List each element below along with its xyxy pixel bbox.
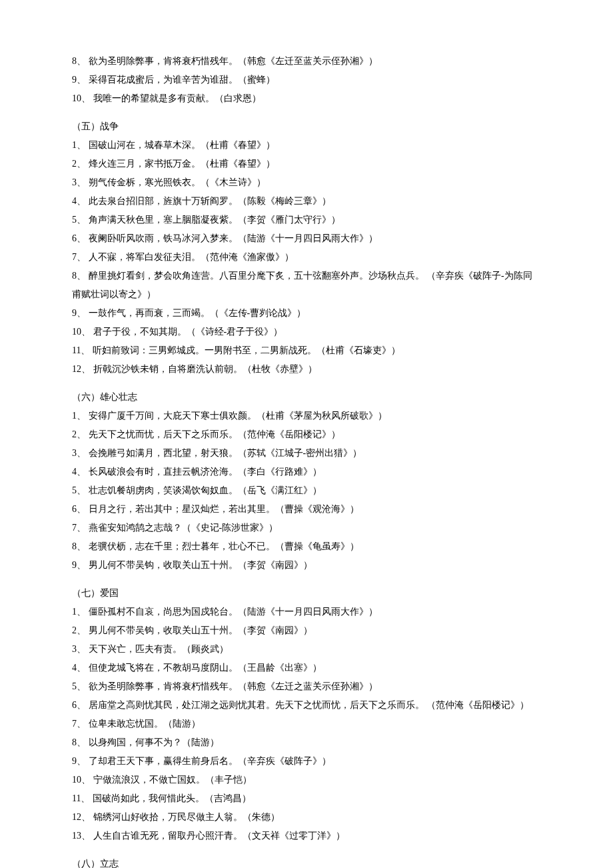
text-line: 2、 先天下之忧而忧，后天下之乐而乐。（范仲淹《岳阳楼记》）: [72, 425, 541, 444]
text-line: 10、 君子于役，不知其期。（《诗经-君子于役》）: [72, 323, 541, 341]
text-line: 1、 安得广厦千万间，大庇天下寒士俱欢颜。（杜甫《茅屋为秋风所破歌》）: [72, 407, 541, 425]
section-heading: （八）立志: [72, 855, 541, 868]
text-line: 4、 但使龙城飞将在，不教胡马度阴山。（王昌龄《出塞》）: [72, 659, 541, 677]
text-line: 9、 男儿何不带吴钩，收取关山五十州。（李贺《南园》）: [72, 556, 541, 575]
text-line: 3、 天下兴亡，匹夫有责。（顾炎武）: [72, 640, 541, 659]
text-line: 9、 了却君王天下事，赢得生前身后名。（辛弃疾《破阵子》）: [72, 752, 541, 771]
text-line: 2、 烽火连三月，家书抵万金。（杜甫《春望》）: [72, 155, 541, 173]
text-line: 7、 燕雀安知鸿鹄之志哉？（《史记-陈涉世家》）: [72, 519, 541, 537]
text-line: 12、 锦绣河山好收拾，万民尽做主人翁。（朱德）: [72, 808, 541, 827]
text-line: 6、 夜阑卧听风吹雨，铁马冰河入梦来。（陆游《十一月四日风雨大作》）: [72, 229, 541, 248]
text-line: 8、 以身殉国，何事不为？（陆游）: [72, 733, 541, 752]
text-line: 10、 我唯一的希望就是多有贡献。（白求恩）: [72, 89, 541, 108]
text-line: 3、 朔气传金柝，寒光照铁衣。（《木兰诗》）: [72, 173, 541, 192]
text-line: 5、 欲为圣明除弊事，肯将衰朽惜残年。（韩愈《左迁之蓝关示侄孙湘》）: [72, 677, 541, 696]
text-line: 7、 人不寐，将军白发征夫泪。（范仲淹《渔家傲》）: [72, 248, 541, 267]
text-line: 6、 居庙堂之高则忧其民，处江湖之远则忧其君。先天下之忧而忧，后天下之乐而乐。 …: [72, 696, 541, 715]
text-line: 11、 听妇前致词：三男邺城戍。一男附书至，二男新战死。（杜甫《石壕吏》）: [72, 341, 541, 360]
text-line: 4、 长风破浪会有时，直挂云帆济沧海。（李白《行路难》）: [72, 463, 541, 481]
text-line: 8、 老骥伏枥，志在千里；烈士暮年，壮心不已。（曹操《龟虽寿》）: [72, 537, 541, 556]
document-body: 8、 欲为圣明除弊事，肯将衰朽惜残年。（韩愈《左迁至蓝关示侄孙湘》）9、 采得百…: [72, 52, 541, 868]
text-line: 4、 此去泉台招旧部，旌旗十万斩阎罗。（陈毅《梅岭三章》）: [72, 192, 541, 211]
text-line: 13、 人生自古谁无死，留取丹心照汗青。（文天祥《过零丁洋》）: [72, 827, 541, 845]
text-line: 7、 位卑未敢忘忧国。（陆游）: [72, 715, 541, 733]
text-line: 11、 国破尚如此，我何惜此头。（吉鸿昌）: [72, 789, 541, 808]
text-line: 12、 折戟沉沙铁未销，自将磨洗认前朝。（杜牧《赤壁》）: [72, 360, 541, 379]
section-heading: （六）雄心壮志: [72, 388, 541, 407]
text-line: 10、 宁做流浪汉，不做亡国奴。（丰子恺）: [72, 771, 541, 789]
text-line: 1、 国破山河在，城春草木深。（杜甫《春望》）: [72, 136, 541, 155]
text-line: 3、 会挽雕弓如满月，西北望，射天狼。（苏轼《江城子-密州出猎》）: [72, 444, 541, 463]
text-line: 5、 壮志饥餐胡虏肉，笑谈渴饮匈奴血。（岳飞《满江红》）: [72, 481, 541, 500]
text-line: 9、 一鼓作气，再而衰，三而竭。（《左传-曹刿论战》）: [72, 304, 541, 323]
text-line: 8、 欲为圣明除弊事，肯将衰朽惜残年。（韩愈《左迁至蓝关示侄孙湘》）: [72, 52, 541, 71]
text-line: 1、 僵卧孤村不自哀，尚思为国戍轮台。（陆游《十一月四日风雨大作》）: [72, 603, 541, 621]
section-heading: （五）战争: [72, 117, 541, 136]
text-line: 6、 日月之行，若出其中；星汉灿烂，若出其里。（曹操《观沧海》）: [72, 500, 541, 519]
section-heading: （七）爱国: [72, 584, 541, 603]
text-line: 8、 醉里挑灯看剑，梦会吹角连营。八百里分麾下炙，五十弦翻塞外声。沙场秋点兵。 …: [72, 267, 541, 304]
text-line: 9、 采得百花成蜜后，为谁辛苦为谁甜。（蜜蜂）: [72, 71, 541, 89]
text-line: 5、 角声满天秋色里，塞上胭脂凝夜紫。（李贺《雁门太守行》）: [72, 211, 541, 229]
text-line: 2、 男儿何不带吴钩，收取关山五十州。（李贺《南园》）: [72, 621, 541, 640]
